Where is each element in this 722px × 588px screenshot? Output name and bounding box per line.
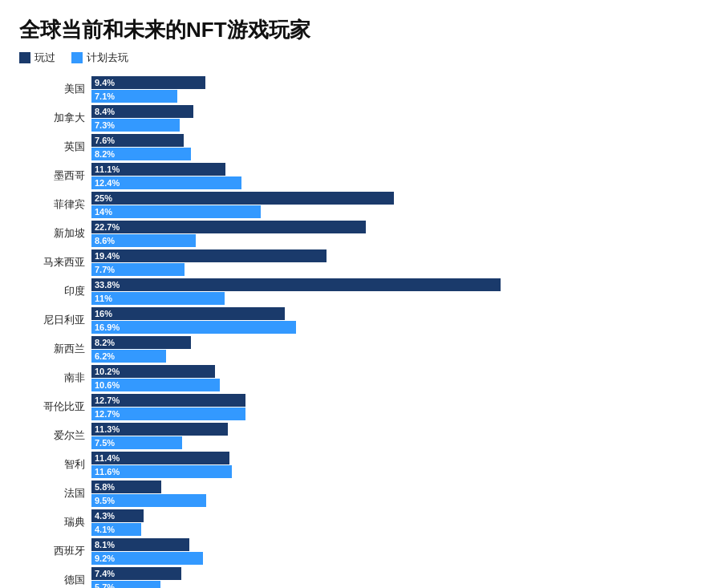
row-label: 印度 bbox=[19, 286, 91, 298]
played-bar: 22.7% bbox=[91, 221, 366, 233]
played-bar-line: 10.2% bbox=[91, 365, 703, 378]
row-label: 新西兰 bbox=[19, 343, 91, 355]
planned-bar-line: 14% bbox=[91, 205, 703, 218]
legend-planned-box bbox=[71, 52, 83, 63]
chart-row: 法国5.8%9.5% bbox=[19, 481, 703, 507]
played-bar: 4.3% bbox=[91, 509, 144, 522]
planned-bar: 4.1% bbox=[91, 523, 141, 536]
planned-bar-line: 7.1% bbox=[91, 90, 703, 103]
played-bar: 25% bbox=[91, 192, 394, 205]
planned-bar: 11.6% bbox=[91, 465, 232, 478]
planned-bar: 8.2% bbox=[91, 148, 191, 160]
bars-wrapper: 11.4%11.6% bbox=[91, 452, 703, 478]
legend-played-box bbox=[19, 52, 30, 63]
chart-row: 爱尔兰11.3%7.5% bbox=[19, 423, 703, 449]
played-bar-line: 11.3% bbox=[91, 423, 703, 436]
played-bar: 11.1% bbox=[91, 163, 225, 176]
bars-wrapper: 8.1%9.2% bbox=[91, 538, 703, 565]
row-label: 德国 bbox=[19, 574, 91, 586]
chart-row: 印度33.8%11% bbox=[19, 278, 703, 305]
played-bar-line: 5.8% bbox=[91, 481, 703, 493]
bars-wrapper: 10.2%10.6% bbox=[91, 365, 703, 391]
bars-wrapper: 8.4%7.3% bbox=[91, 105, 703, 132]
planned-bar: 9.5% bbox=[91, 494, 206, 507]
played-bar: 8.2% bbox=[91, 336, 191, 349]
played-bar: 12.7% bbox=[91, 394, 245, 407]
row-label: 西班牙 bbox=[19, 545, 91, 558]
row-label: 加拿大 bbox=[19, 112, 91, 124]
planned-bar-line: 7.5% bbox=[91, 436, 703, 449]
chart-row: 墨西哥11.1%12.4% bbox=[19, 163, 703, 189]
played-bar-line: 16% bbox=[91, 307, 703, 320]
row-label: 尼日利亚 bbox=[19, 314, 91, 326]
played-bar: 5.8% bbox=[91, 481, 161, 493]
chart-row: 瑞典4.3%4.1% bbox=[19, 509, 703, 536]
bars-wrapper: 7.6%8.2% bbox=[91, 134, 703, 160]
played-bar: 8.4% bbox=[91, 105, 193, 118]
row-label: 智利 bbox=[19, 459, 91, 471]
chart-row: 新加坡22.7%8.6% bbox=[19, 221, 703, 247]
planned-bar-line: 6.2% bbox=[91, 350, 703, 363]
chart-row: 智利11.4%11.6% bbox=[19, 452, 703, 478]
played-bar-line: 11.1% bbox=[91, 163, 703, 176]
chart-row: 加拿大8.4%7.3% bbox=[19, 105, 703, 132]
played-bar: 9.4% bbox=[91, 76, 205, 89]
planned-bar: 16.9% bbox=[91, 321, 296, 334]
planned-bar-line: 16.9% bbox=[91, 321, 703, 334]
planned-bar-line: 9.2% bbox=[91, 552, 703, 565]
planned-bar: 6.2% bbox=[91, 350, 166, 363]
played-bar: 11.4% bbox=[91, 452, 229, 464]
row-label: 新加坡 bbox=[19, 228, 91, 240]
bars-wrapper: 5.8%9.5% bbox=[91, 481, 703, 507]
planned-bar-line: 11.6% bbox=[91, 465, 703, 478]
bars-wrapper: 16%16.9% bbox=[91, 307, 703, 334]
played-bar: 33.8% bbox=[91, 278, 501, 291]
planned-bar: 7.1% bbox=[91, 90, 177, 103]
chart-row: 德国7.4%5.7% bbox=[19, 567, 703, 588]
chart-row: 美国9.4%7.1% bbox=[19, 76, 703, 103]
row-label: 南非 bbox=[19, 372, 91, 384]
played-bar-line: 19.4% bbox=[91, 249, 703, 262]
planned-bar-line: 11% bbox=[91, 292, 703, 305]
chart: 美国9.4%7.1%加拿大8.4%7.3%英国7.6%8.2%墨西哥11.1%1… bbox=[19, 76, 703, 588]
planned-bar: 9.2% bbox=[91, 552, 203, 565]
planned-bar-line: 10.6% bbox=[91, 379, 703, 391]
played-bar: 8.1% bbox=[91, 538, 189, 551]
planned-bar-line: 8.6% bbox=[91, 234, 703, 247]
planned-bar: 10.6% bbox=[91, 379, 220, 391]
bars-wrapper: 11.1%12.4% bbox=[91, 163, 703, 189]
chart-title: 全球当前和未来的NFT游戏玩家 bbox=[19, 16, 703, 44]
legend-played-label: 玩过 bbox=[34, 51, 55, 65]
played-bar-line: 8.2% bbox=[91, 336, 703, 349]
planned-bar: 12.7% bbox=[91, 408, 245, 420]
planned-bar-line: 9.5% bbox=[91, 494, 703, 507]
chart-row: 英国7.6%8.2% bbox=[19, 134, 703, 160]
played-bar-line: 12.7% bbox=[91, 394, 703, 407]
chart-row: 新西兰8.2%6.2% bbox=[19, 336, 703, 363]
chart-row: 马来西亚19.4%7.7% bbox=[19, 249, 703, 276]
played-bar-line: 4.3% bbox=[91, 509, 703, 522]
planned-bar: 5.7% bbox=[91, 581, 160, 588]
planned-bar: 8.6% bbox=[91, 234, 196, 247]
row-label: 墨西哥 bbox=[19, 170, 91, 182]
bars-wrapper: 22.7%8.6% bbox=[91, 221, 703, 247]
bars-wrapper: 7.4%5.7% bbox=[91, 567, 703, 588]
row-label: 哥伦比亚 bbox=[19, 401, 91, 413]
row-label: 法国 bbox=[19, 488, 91, 500]
played-bar-line: 11.4% bbox=[91, 452, 703, 464]
played-bar-line: 8.4% bbox=[91, 105, 703, 118]
chart-row: 哥伦比亚12.7%12.7% bbox=[19, 394, 703, 420]
bars-wrapper: 11.3%7.5% bbox=[91, 423, 703, 449]
planned-bar: 11% bbox=[91, 292, 225, 305]
chart-row: 南非10.2%10.6% bbox=[19, 365, 703, 391]
legend-planned: 计划去玩 bbox=[71, 51, 128, 65]
bars-wrapper: 33.8%11% bbox=[91, 278, 703, 305]
bars-wrapper: 8.2%6.2% bbox=[91, 336, 703, 363]
chart-row: 菲律宾25%14% bbox=[19, 192, 703, 218]
planned-bar: 14% bbox=[91, 205, 261, 218]
row-label: 瑞典 bbox=[19, 517, 91, 529]
chart-row: 尼日利亚16%16.9% bbox=[19, 307, 703, 334]
planned-bar-line: 5.7% bbox=[91, 581, 703, 588]
played-bar-line: 8.1% bbox=[91, 538, 703, 551]
bars-wrapper: 25%14% bbox=[91, 192, 703, 218]
